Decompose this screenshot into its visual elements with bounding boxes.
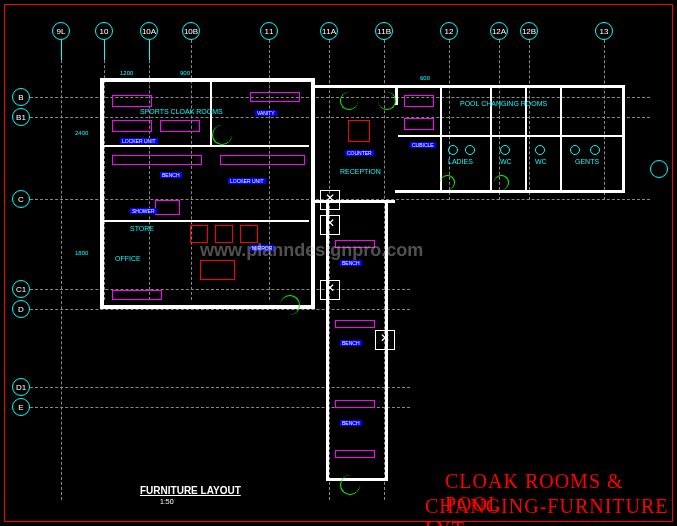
furniture-desk xyxy=(200,260,235,280)
note-locker: LOCKER UNIT xyxy=(120,138,158,144)
grid-bubble-11A: 11A xyxy=(320,22,338,40)
gridline-h xyxy=(30,117,650,118)
grid-bubble-11B: 11B xyxy=(375,22,393,40)
note: LOCKER UNIT xyxy=(228,178,266,184)
note: BENCH xyxy=(340,420,362,426)
dim: 2400 xyxy=(75,130,88,136)
door-swing xyxy=(494,175,509,190)
wall-internal xyxy=(104,220,309,222)
grid-bubble-10A: 10A xyxy=(140,22,158,40)
grid-bubble-B: B xyxy=(12,88,30,106)
grid-bubble-C: C xyxy=(12,190,30,208)
furniture-unit xyxy=(250,92,300,102)
grid-bubble-right xyxy=(650,160,668,178)
room-label-wc1: WC xyxy=(500,158,512,165)
furniture-locker xyxy=(112,95,152,107)
grid-bubble-D1: D1 xyxy=(12,378,30,396)
grid-bubble-12B: 12B xyxy=(520,22,538,40)
column: ✕ xyxy=(320,215,340,235)
leader xyxy=(61,40,62,60)
furniture-locker xyxy=(160,120,200,132)
grid-bubble-9L: 9L xyxy=(52,22,70,40)
drawing-title-line2: CHANGING-FURNITURE LYT xyxy=(425,495,677,526)
wc-fixture xyxy=(570,145,580,155)
wall xyxy=(395,190,625,193)
wc-fixture xyxy=(500,145,510,155)
note: BENCH xyxy=(340,340,362,346)
wc-fixture xyxy=(535,145,545,155)
column: ✕ xyxy=(320,280,340,300)
door-swing xyxy=(340,475,360,495)
room-label-ladies: LADIES xyxy=(448,158,473,165)
gridline-v xyxy=(529,40,530,200)
grid-bubble-C1: C1 xyxy=(12,280,30,298)
grid-bubble-12A: 12A xyxy=(490,22,508,40)
dim: 900 xyxy=(180,70,190,76)
column: ✕ xyxy=(375,330,395,350)
wc-fixture xyxy=(465,145,475,155)
dim: 600 xyxy=(420,75,430,81)
furniture-bench xyxy=(220,155,305,165)
corridor-item xyxy=(335,320,375,328)
furniture-unit xyxy=(404,118,434,130)
room-label-pool-changing: POOL CHANGING ROOMS xyxy=(460,100,547,107)
wall xyxy=(395,85,625,88)
wall xyxy=(622,85,625,193)
furniture-unit xyxy=(112,290,162,300)
scale-label: FURNITURE LAYOUT xyxy=(140,485,241,496)
furniture-unit xyxy=(404,95,434,107)
wall xyxy=(311,78,315,308)
room-label-wc2: WC xyxy=(535,158,547,165)
furniture-unit xyxy=(155,200,180,215)
door-swing xyxy=(212,125,232,145)
leader xyxy=(104,40,105,60)
grid-bubble-11: 11 xyxy=(260,22,278,40)
note-cubicle: CUBICLE xyxy=(410,142,436,148)
gridline-h xyxy=(30,387,410,388)
room-label-reception: RECEPTION xyxy=(340,168,381,175)
note-shower: SHOWER xyxy=(130,208,157,214)
door-swing xyxy=(280,295,300,315)
wc-fixture xyxy=(590,145,600,155)
note-counter: COUNTER xyxy=(345,150,374,156)
furniture-locker xyxy=(112,120,152,132)
grid-bubble-12: 12 xyxy=(440,22,458,40)
wall-internal xyxy=(560,88,562,190)
column: ✕ xyxy=(320,190,340,210)
door-swing xyxy=(340,92,358,110)
gridline-h xyxy=(30,289,410,290)
room-label-store: STORE xyxy=(130,225,154,232)
grid-bubble-D: D xyxy=(12,300,30,318)
grid-bubble-10: 10 xyxy=(95,22,113,40)
note-bench: BENCH xyxy=(160,172,182,178)
corridor-item xyxy=(335,450,375,458)
furniture-bench xyxy=(112,155,202,165)
door-swing xyxy=(378,92,396,110)
dim: 1800 xyxy=(75,250,88,256)
room-label-sports-cloak: SPORTS CLOAK ROOMS xyxy=(140,108,223,115)
wall xyxy=(100,78,315,82)
room-label-gents: GENTS xyxy=(575,158,599,165)
furniture-desk xyxy=(348,120,370,142)
wall-internal xyxy=(440,88,442,190)
gridline-h xyxy=(30,309,410,310)
room-label-office: OFFICE xyxy=(115,255,141,262)
scale-value: 1:50 xyxy=(160,498,174,505)
gridline-v xyxy=(329,40,330,500)
wall-internal xyxy=(398,135,623,137)
watermark: www.planndesignpro.com xyxy=(200,240,423,261)
wall xyxy=(315,85,395,88)
leader xyxy=(149,40,150,60)
grid-bubble-10B: 10B xyxy=(182,22,200,40)
gridline-v xyxy=(604,40,605,200)
grid-bubble-E: E xyxy=(12,398,30,416)
wc-fixture xyxy=(448,145,458,155)
wall-internal xyxy=(104,145,309,147)
grid-bubble-13: 13 xyxy=(595,22,613,40)
door-swing xyxy=(440,175,455,190)
note-vanity: VANITY xyxy=(255,110,277,116)
corridor-item xyxy=(335,400,375,408)
dim: 1200 xyxy=(120,70,133,76)
grid-bubble-B1: B1 xyxy=(12,108,30,126)
wall xyxy=(100,78,104,308)
